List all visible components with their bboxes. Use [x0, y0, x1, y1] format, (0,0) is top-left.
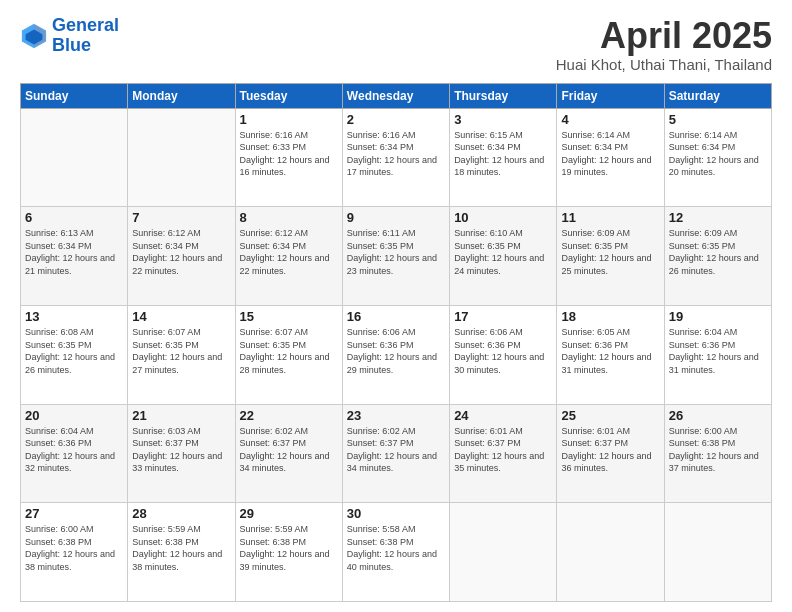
cell-day-number: 12: [669, 210, 767, 225]
cell-sun-info: Sunrise: 6:13 AMSunset: 6:34 PMDaylight:…: [25, 227, 123, 277]
calendar-cell: 17Sunrise: 6:06 AMSunset: 6:36 PMDayligh…: [450, 305, 557, 404]
calendar-cell: 3Sunrise: 6:15 AMSunset: 6:34 PMDaylight…: [450, 108, 557, 207]
calendar-cell: 1Sunrise: 6:16 AMSunset: 6:33 PMDaylight…: [235, 108, 342, 207]
cell-day-number: 28: [132, 506, 230, 521]
cell-day-number: 7: [132, 210, 230, 225]
calendar-day-header: Saturday: [664, 83, 771, 108]
logo-blue: Blue: [52, 36, 119, 56]
cell-day-number: 9: [347, 210, 445, 225]
cell-sun-info: Sunrise: 5:58 AMSunset: 6:38 PMDaylight:…: [347, 523, 445, 573]
logo-icon: [20, 22, 48, 50]
cell-day-number: 19: [669, 309, 767, 324]
cell-day-number: 3: [454, 112, 552, 127]
cell-day-number: 23: [347, 408, 445, 423]
cell-day-number: 15: [240, 309, 338, 324]
cell-sun-info: Sunrise: 6:09 AMSunset: 6:35 PMDaylight:…: [561, 227, 659, 277]
cell-sun-info: Sunrise: 6:06 AMSunset: 6:36 PMDaylight:…: [347, 326, 445, 376]
calendar-cell: 10Sunrise: 6:10 AMSunset: 6:35 PMDayligh…: [450, 207, 557, 306]
calendar-cell: 8Sunrise: 6:12 AMSunset: 6:34 PMDaylight…: [235, 207, 342, 306]
cell-day-number: 17: [454, 309, 552, 324]
main-title: April 2025: [556, 16, 772, 56]
calendar-cell: 19Sunrise: 6:04 AMSunset: 6:36 PMDayligh…: [664, 305, 771, 404]
cell-sun-info: Sunrise: 6:10 AMSunset: 6:35 PMDaylight:…: [454, 227, 552, 277]
cell-sun-info: Sunrise: 6:00 AMSunset: 6:38 PMDaylight:…: [25, 523, 123, 573]
calendar-header-row: SundayMondayTuesdayWednesdayThursdayFrid…: [21, 83, 772, 108]
calendar-week-row: 6Sunrise: 6:13 AMSunset: 6:34 PMDaylight…: [21, 207, 772, 306]
calendar-day-header: Wednesday: [342, 83, 449, 108]
cell-sun-info: Sunrise: 6:09 AMSunset: 6:35 PMDaylight:…: [669, 227, 767, 277]
calendar-week-row: 13Sunrise: 6:08 AMSunset: 6:35 PMDayligh…: [21, 305, 772, 404]
cell-day-number: 27: [25, 506, 123, 521]
cell-day-number: 11: [561, 210, 659, 225]
cell-sun-info: Sunrise: 6:12 AMSunset: 6:34 PMDaylight:…: [132, 227, 230, 277]
cell-sun-info: Sunrise: 6:08 AMSunset: 6:35 PMDaylight:…: [25, 326, 123, 376]
cell-sun-info: Sunrise: 6:02 AMSunset: 6:37 PMDaylight:…: [347, 425, 445, 475]
calendar-cell: 4Sunrise: 6:14 AMSunset: 6:34 PMDaylight…: [557, 108, 664, 207]
cell-day-number: 4: [561, 112, 659, 127]
calendar-cell: 23Sunrise: 6:02 AMSunset: 6:37 PMDayligh…: [342, 404, 449, 503]
cell-sun-info: Sunrise: 6:12 AMSunset: 6:34 PMDaylight:…: [240, 227, 338, 277]
cell-sun-info: Sunrise: 5:59 AMSunset: 6:38 PMDaylight:…: [132, 523, 230, 573]
calendar-cell: 5Sunrise: 6:14 AMSunset: 6:34 PMDaylight…: [664, 108, 771, 207]
cell-day-number: 10: [454, 210, 552, 225]
cell-sun-info: Sunrise: 6:14 AMSunset: 6:34 PMDaylight:…: [561, 129, 659, 179]
calendar-day-header: Monday: [128, 83, 235, 108]
logo: General Blue: [20, 16, 119, 56]
calendar-cell: 28Sunrise: 5:59 AMSunset: 6:38 PMDayligh…: [128, 503, 235, 602]
cell-day-number: 24: [454, 408, 552, 423]
calendar-week-row: 27Sunrise: 6:00 AMSunset: 6:38 PMDayligh…: [21, 503, 772, 602]
calendar-cell: 13Sunrise: 6:08 AMSunset: 6:35 PMDayligh…: [21, 305, 128, 404]
cell-sun-info: Sunrise: 6:06 AMSunset: 6:36 PMDaylight:…: [454, 326, 552, 376]
cell-sun-info: Sunrise: 6:14 AMSunset: 6:34 PMDaylight:…: [669, 129, 767, 179]
cell-day-number: 6: [25, 210, 123, 225]
cell-day-number: 8: [240, 210, 338, 225]
calendar-cell: [21, 108, 128, 207]
calendar-cell: 30Sunrise: 5:58 AMSunset: 6:38 PMDayligh…: [342, 503, 449, 602]
subtitle: Huai Khot, Uthai Thani, Thailand: [556, 56, 772, 73]
cell-day-number: 26: [669, 408, 767, 423]
cell-day-number: 20: [25, 408, 123, 423]
calendar-cell: 21Sunrise: 6:03 AMSunset: 6:37 PMDayligh…: [128, 404, 235, 503]
calendar-cell: 14Sunrise: 6:07 AMSunset: 6:35 PMDayligh…: [128, 305, 235, 404]
cell-day-number: 25: [561, 408, 659, 423]
calendar-cell: 29Sunrise: 5:59 AMSunset: 6:38 PMDayligh…: [235, 503, 342, 602]
cell-day-number: 18: [561, 309, 659, 324]
calendar-cell: 9Sunrise: 6:11 AMSunset: 6:35 PMDaylight…: [342, 207, 449, 306]
calendar-day-header: Tuesday: [235, 83, 342, 108]
calendar-cell: [664, 503, 771, 602]
calendar-cell: 26Sunrise: 6:00 AMSunset: 6:38 PMDayligh…: [664, 404, 771, 503]
cell-sun-info: Sunrise: 6:05 AMSunset: 6:36 PMDaylight:…: [561, 326, 659, 376]
cell-sun-info: Sunrise: 6:02 AMSunset: 6:37 PMDaylight:…: [240, 425, 338, 475]
calendar-table: SundayMondayTuesdayWednesdayThursdayFrid…: [20, 83, 772, 602]
cell-sun-info: Sunrise: 6:00 AMSunset: 6:38 PMDaylight:…: [669, 425, 767, 475]
cell-day-number: 30: [347, 506, 445, 521]
calendar-day-header: Sunday: [21, 83, 128, 108]
calendar-cell: [128, 108, 235, 207]
cell-sun-info: Sunrise: 6:16 AMSunset: 6:33 PMDaylight:…: [240, 129, 338, 179]
cell-day-number: 13: [25, 309, 123, 324]
cell-sun-info: Sunrise: 6:01 AMSunset: 6:37 PMDaylight:…: [454, 425, 552, 475]
calendar-cell: 2Sunrise: 6:16 AMSunset: 6:34 PMDaylight…: [342, 108, 449, 207]
logo-general: General: [52, 15, 119, 35]
cell-day-number: 1: [240, 112, 338, 127]
calendar-cell: [450, 503, 557, 602]
calendar-day-header: Thursday: [450, 83, 557, 108]
cell-day-number: 16: [347, 309, 445, 324]
cell-sun-info: Sunrise: 6:15 AMSunset: 6:34 PMDaylight:…: [454, 129, 552, 179]
title-block: April 2025 Huai Khot, Uthai Thani, Thail…: [556, 16, 772, 73]
cell-sun-info: Sunrise: 6:01 AMSunset: 6:37 PMDaylight:…: [561, 425, 659, 475]
cell-sun-info: Sunrise: 6:03 AMSunset: 6:37 PMDaylight:…: [132, 425, 230, 475]
cell-sun-info: Sunrise: 6:07 AMSunset: 6:35 PMDaylight:…: [240, 326, 338, 376]
calendar-cell: 7Sunrise: 6:12 AMSunset: 6:34 PMDaylight…: [128, 207, 235, 306]
cell-sun-info: Sunrise: 5:59 AMSunset: 6:38 PMDaylight:…: [240, 523, 338, 573]
cell-sun-info: Sunrise: 6:16 AMSunset: 6:34 PMDaylight:…: [347, 129, 445, 179]
calendar-week-row: 1Sunrise: 6:16 AMSunset: 6:33 PMDaylight…: [21, 108, 772, 207]
logo-text: General Blue: [52, 16, 119, 56]
cell-day-number: 2: [347, 112, 445, 127]
page: General Blue April 2025 Huai Khot, Uthai…: [0, 0, 792, 612]
cell-sun-info: Sunrise: 6:04 AMSunset: 6:36 PMDaylight:…: [669, 326, 767, 376]
calendar-cell: 12Sunrise: 6:09 AMSunset: 6:35 PMDayligh…: [664, 207, 771, 306]
calendar-day-header: Friday: [557, 83, 664, 108]
calendar-cell: 22Sunrise: 6:02 AMSunset: 6:37 PMDayligh…: [235, 404, 342, 503]
calendar-cell: 27Sunrise: 6:00 AMSunset: 6:38 PMDayligh…: [21, 503, 128, 602]
